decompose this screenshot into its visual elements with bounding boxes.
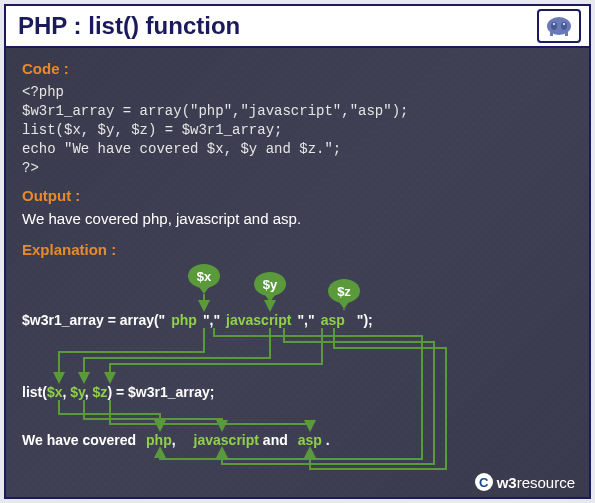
list-prefix: list( — [22, 384, 47, 400]
echo-php: php — [146, 432, 172, 448]
footer-brand: C w3resource — [475, 473, 575, 491]
echo-prefix: We have covered — [22, 432, 140, 448]
list-var-y: $y — [70, 384, 85, 400]
diagram-list-line: list($x, $y, $z) = $w3r1_array; — [22, 384, 214, 400]
svg-point-5 — [553, 23, 555, 25]
array-item-php: php — [171, 312, 197, 328]
code-label: Code : — [22, 60, 573, 77]
content-area: Code : <?php $w3r1_array = array("php","… — [6, 48, 589, 497]
echo-dot: . — [322, 432, 330, 448]
var-bubble-z: $z — [328, 279, 360, 303]
var-bubble-x: $x — [188, 264, 220, 288]
list-var-x: $x — [47, 384, 63, 400]
echo-asp: asp — [298, 432, 322, 448]
explanation-label: Explanation : — [22, 241, 573, 258]
brand-rest: resource — [517, 474, 575, 491]
array-sep-1: "," — [203, 312, 220, 328]
array-suffix: "); — [357, 312, 373, 328]
explanation-diagram: $x $y $z $w3r1_array = array("php","java… — [22, 264, 573, 474]
var-bubble-y: $y — [254, 272, 286, 296]
output-label: Output : — [22, 187, 573, 204]
title-bar: PHP : list() function — [6, 6, 589, 48]
array-item-asp: asp — [321, 312, 345, 328]
svg-rect-3 — [550, 32, 553, 36]
array-item-js: javascript — [226, 312, 291, 328]
code-block: <?php $w3r1_array = array("php","javascr… — [22, 83, 573, 177]
diagram-output-line: We have covered php,javascript and asp . — [22, 432, 330, 448]
php-elephant-icon — [537, 9, 581, 43]
echo-js: javascript — [194, 432, 259, 448]
svg-rect-4 — [565, 32, 568, 36]
array-sep-2: "," — [297, 312, 314, 328]
svg-point-6 — [563, 23, 565, 25]
echo-and: and — [259, 432, 292, 448]
page-title: PHP : list() function — [18, 12, 240, 40]
list-var-z: $z — [93, 384, 108, 400]
list-suffix: ) = $w3r1_array; — [107, 384, 214, 400]
brand-bold: w3 — [497, 474, 517, 491]
diagram-array-line: $w3r1_array = array("php","javascript","… — [22, 312, 373, 328]
brand-c-icon: C — [475, 473, 493, 491]
output-text: We have covered php, javascript and asp. — [22, 210, 573, 227]
echo-comma: , — [172, 432, 176, 448]
list-comma-2: , — [85, 384, 93, 400]
array-prefix: $w3r1_array = array(" — [22, 312, 165, 328]
